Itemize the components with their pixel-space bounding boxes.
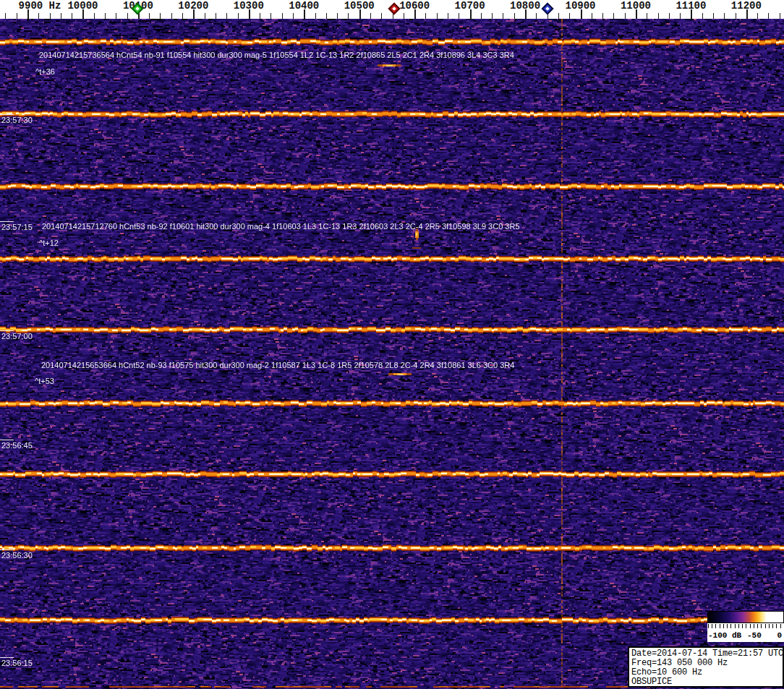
axis-tick [116, 13, 116, 19]
db-gradient-bar [707, 611, 784, 623]
axis-tick [348, 13, 349, 19]
frequency-axis: 9900 Hz 10000 10100 10200 10300 10400 10… [0, 0, 784, 19]
axis-tick [470, 9, 472, 19]
detection-offset-note: ^t+36 [35, 67, 55, 76]
db-scale-labels: -100 dB -50 0 [707, 630, 784, 641]
axis-tick [636, 9, 637, 19]
axis-tick [359, 9, 361, 19]
axis-label: 9900 Hz [19, 0, 61, 12]
axis-tick [282, 13, 283, 19]
axis-tick [503, 13, 503, 19]
axis-tick [105, 13, 106, 19]
axis-tick [27, 9, 29, 19]
blue-diamond-marker-icon[interactable] [542, 3, 554, 15]
axis-tick [5, 13, 6, 19]
axis-tick [315, 13, 316, 19]
time-label: 23:57:00 [1, 332, 33, 341]
axis-tick [304, 9, 305, 19]
axis-tick [448, 13, 448, 19]
axis-tick [780, 13, 780, 19]
axis-tick [414, 9, 416, 19]
meteor-spectrogram-app: 9900 Hz 10000 10100 10200 10300 10400 10… [0, 0, 784, 689]
axis-tick [492, 13, 493, 19]
axis-tick [592, 13, 592, 19]
axis-tick [437, 13, 438, 19]
axis-tick [82, 9, 84, 19]
axis-tick [425, 13, 426, 19]
axis-tick [370, 13, 371, 19]
axis-tick [569, 13, 570, 19]
db-label-mid: -50 [747, 631, 762, 640]
axis-tick [680, 13, 681, 19]
axis-tick [260, 13, 260, 19]
axis-tick [757, 13, 758, 19]
axis-tick [602, 13, 603, 19]
axis-tick [61, 13, 61, 19]
detection-text: 20140714215712760 hCnt53 nb-92 f10601 hi… [42, 222, 520, 231]
axis-tick [536, 13, 537, 19]
axis-tick [669, 13, 670, 19]
axis-tick [293, 13, 294, 19]
axis-tick [713, 13, 714, 19]
time-label: 23:57:15 [1, 223, 33, 231]
axis-tick [514, 13, 515, 19]
axis-tick [326, 13, 327, 19]
axis-tick [746, 9, 748, 19]
detection-offset-note: ^t+12 [39, 239, 59, 247]
axis-tick [702, 13, 703, 19]
info-station-line: OBSUPICE [631, 677, 780, 687]
db-scale-ticks [708, 624, 783, 628]
detection-text: 20140714215736564 hCnt54 nb-91 f10554 hi… [39, 51, 514, 59]
axis-tick [38, 13, 39, 19]
axis-tick [127, 13, 128, 19]
time-label: 23:56:15 [1, 659, 33, 667]
axis-tick [50, 13, 51, 19]
axis-tick [724, 13, 725, 19]
axis-tick [216, 13, 216, 19]
axis-tick [768, 13, 769, 19]
axis-tick [481, 13, 482, 19]
axis-tick [337, 13, 338, 19]
axis-tick [205, 13, 205, 19]
axis-tick [459, 13, 459, 19]
axis-tick [381, 13, 382, 19]
axis-tick [193, 9, 195, 19]
axis-tick [226, 13, 227, 19]
time-label: 23:57:30 [1, 116, 33, 124]
axis-tick [525, 9, 527, 19]
axis-tick [149, 13, 150, 19]
detection-text: 20140714215653664 hCnt52 nb-93 f10575 hi… [41, 361, 514, 369]
axis-tick [647, 13, 647, 19]
axis-tick [94, 13, 95, 19]
axis-tick [270, 13, 271, 19]
axis-tick [625, 13, 626, 19]
db-label-min: -100 dB [708, 631, 741, 640]
time-label: 23:56:45 [1, 441, 33, 450]
time-label: 23:56:30 [1, 551, 33, 560]
axis-tick [736, 13, 736, 19]
axis-tick [72, 13, 72, 19]
axis-tick [404, 13, 404, 19]
station-info-box: Date=2014-07-14 Time=21:57 UTC Freq=143 … [628, 646, 784, 688]
db-label-max: 0 [777, 631, 782, 640]
axis-tick [558, 13, 559, 19]
axis-tick [17, 13, 17, 19]
axis-tick [658, 13, 659, 19]
red-diamond-marker-icon[interactable] [388, 3, 401, 15]
detection-offset-note: ^t+53 [35, 377, 54, 385]
axis-tick [171, 13, 172, 19]
axis-tick [160, 13, 161, 19]
spectrogram-canvas [0, 19, 784, 689]
axis-tick [238, 13, 239, 19]
axis-tick [613, 13, 614, 19]
axis-tick [581, 9, 582, 19]
axis-tick [249, 9, 250, 19]
db-color-scale: -100 dB -50 0 [707, 611, 784, 642]
axis-tick [182, 13, 183, 19]
axis-tick [691, 9, 692, 19]
